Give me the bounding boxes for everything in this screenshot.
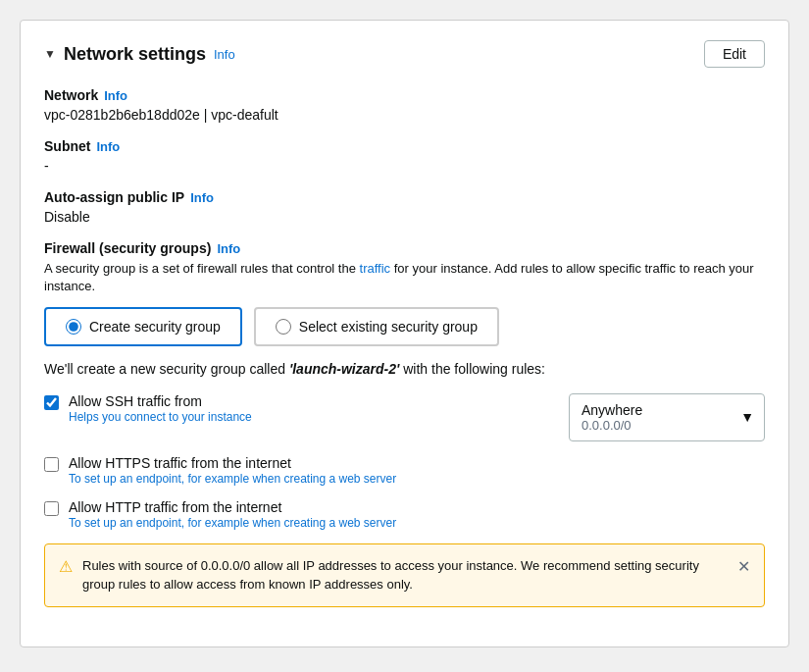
new-group-desc-suffix: with the following rules: <box>399 361 545 377</box>
subnet-label-text: Subnet <box>44 138 90 154</box>
https-traffic-label: Allow HTTPS traffic from the internet <box>69 455 765 471</box>
panel-header: ▼ Network settings Info Edit <box>44 40 765 68</box>
ssh-dropdown-label: Anywhere <box>581 402 752 418</box>
ssh-traffic-option: Allow SSH traffic from Helps you connect… <box>44 393 765 441</box>
auto-assign-info-link[interactable]: Info <box>190 190 214 205</box>
create-security-group-option[interactable]: Create security group <box>44 307 242 346</box>
warning-close-button[interactable]: ✕ <box>737 557 750 576</box>
firewall-description: A security group is a set of firewall ru… <box>44 260 765 295</box>
select-existing-security-group-option[interactable]: Select existing security group <box>254 307 499 346</box>
auto-assign-value: Disable <box>44 209 765 225</box>
http-traffic-label: Allow HTTP traffic from the internet <box>69 499 765 515</box>
firewall-label-text: Firewall (security groups) <box>44 240 211 256</box>
network-info-link[interactable]: Info <box>104 88 127 103</box>
firewall-label: Firewall (security groups) Info <box>44 240 765 256</box>
auto-assign-label-text: Auto-assign public IP <box>44 189 184 205</box>
ssh-traffic-hint: Helps you connect to your instance <box>69 410 549 424</box>
subnet-info-link[interactable]: Info <box>96 139 120 154</box>
http-traffic-content: Allow HTTP traffic from the internet To … <box>69 499 765 530</box>
ssh-source-dropdown[interactable]: Anywhere 0.0.0.0/0 ▼ <box>569 393 765 441</box>
warning-text: Rules with source of 0.0.0.0/0 allow all… <box>82 556 728 594</box>
auto-assign-section: Auto-assign public IP Info Disable <box>44 189 765 225</box>
edit-button[interactable]: Edit <box>704 40 765 68</box>
select-existing-security-group-radio[interactable] <box>276 319 291 335</box>
subnet-label: Subnet Info <box>44 138 765 154</box>
https-traffic-option: Allow HTTPS traffic from the internet To… <box>44 455 765 486</box>
new-group-desc-prefix: We'll create a new security group called <box>44 361 289 377</box>
create-security-group-label: Create security group <box>89 319 221 335</box>
https-traffic-content: Allow HTTPS traffic from the internet To… <box>69 455 765 486</box>
firewall-info-link[interactable]: Info <box>217 241 240 256</box>
security-group-radio-group: Create security group Select existing se… <box>44 307 765 346</box>
collapse-icon[interactable]: ▼ <box>44 47 56 61</box>
panel-title: Network settings <box>64 44 206 65</box>
new-group-description: We'll create a new security group called… <box>44 360 765 380</box>
http-traffic-checkbox[interactable] <box>44 501 59 516</box>
network-label: Network Info <box>44 87 765 103</box>
ssh-dropdown-arrow-icon: ▼ <box>740 409 754 425</box>
http-traffic-hint: To set up an endpoint, for example when … <box>69 516 765 530</box>
https-traffic-checkbox[interactable] <box>44 457 59 472</box>
firewall-traffic-link[interactable]: traffic <box>360 261 391 276</box>
network-value: vpc-0281b2b6eb18dd02e | vpc-deafult <box>44 107 765 123</box>
panel-info-link[interactable]: Info <box>214 47 235 62</box>
subnet-value: - <box>44 158 765 174</box>
http-traffic-option: Allow HTTP traffic from the internet To … <box>44 499 765 530</box>
ssh-traffic-label: Allow SSH traffic from <box>69 393 549 409</box>
warning-icon: ⚠ <box>59 557 73 576</box>
ssh-traffic-content: Allow SSH traffic from Helps you connect… <box>69 393 549 424</box>
ssh-dropdown-sublabel: 0.0.0.0/0 <box>581 418 752 433</box>
create-security-group-radio[interactable] <box>66 319 81 335</box>
ssh-dropdown-container: Anywhere 0.0.0.0/0 ▼ <box>569 393 765 441</box>
firewall-section: Firewall (security groups) Info A securi… <box>44 240 765 607</box>
network-settings-panel: ▼ Network settings Info Edit Network Inf… <box>20 20 789 647</box>
auto-assign-label: Auto-assign public IP Info <box>44 189 765 205</box>
new-group-name: 'launch-wizard-2' <box>289 361 399 377</box>
https-traffic-hint: To set up an endpoint, for example when … <box>69 472 765 486</box>
subnet-section: Subnet Info - <box>44 138 765 174</box>
select-existing-security-group-label: Select existing security group <box>299 319 478 335</box>
panel-title-group: ▼ Network settings Info <box>44 44 235 65</box>
network-section: Network Info vpc-0281b2b6eb18dd02e | vpc… <box>44 87 765 123</box>
ssh-traffic-checkbox[interactable] <box>44 395 59 410</box>
network-label-text: Network <box>44 87 98 103</box>
warning-box: ⚠ Rules with source of 0.0.0.0/0 allow a… <box>44 543 765 607</box>
